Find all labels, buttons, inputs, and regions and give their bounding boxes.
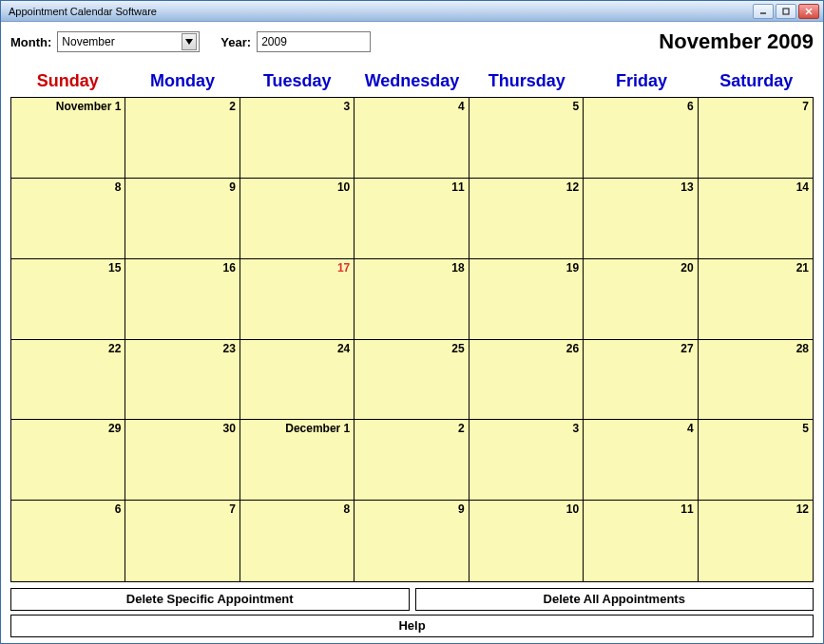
calendar-cell[interactable]: 8 bbox=[11, 179, 125, 259]
calendar-cell[interactable]: 16 bbox=[125, 259, 240, 340]
calendar-cell[interactable]: 3 bbox=[469, 420, 584, 501]
calendar-cell[interactable]: 29 bbox=[11, 420, 125, 501]
date-label: 7 bbox=[802, 100, 809, 113]
page-title: November 2009 bbox=[659, 29, 814, 54]
calendar-cell[interactable]: 4 bbox=[355, 98, 469, 179]
maximize-button[interactable] bbox=[776, 4, 796, 19]
calendar-cell[interactable]: 28 bbox=[699, 340, 813, 421]
minimize-button[interactable] bbox=[753, 4, 774, 19]
year-input[interactable] bbox=[257, 31, 371, 52]
calendar-cell[interactable]: 11 bbox=[584, 501, 698, 581]
calendar-cell[interactable]: 5 bbox=[469, 98, 584, 179]
date-label: 11 bbox=[451, 180, 464, 194]
chevron-down-icon bbox=[185, 39, 193, 45]
year-label: Year: bbox=[220, 35, 251, 49]
app-window: Appointment Calendar Software Month: Nov… bbox=[0, 0, 824, 644]
calendar-cell[interactable]: 2 bbox=[125, 98, 240, 179]
calendar-cell[interactable]: 26 bbox=[469, 340, 584, 421]
day-header-tuesday: Tuesday bbox=[240, 67, 355, 97]
month-select[interactable]: November bbox=[57, 31, 200, 52]
delete-specific-button[interactable]: Delete Specific Appointment bbox=[10, 588, 410, 611]
date-label: 29 bbox=[108, 422, 121, 435]
close-icon bbox=[804, 7, 814, 16]
date-label: 9 bbox=[458, 502, 465, 516]
calendar-cell[interactable]: 19 bbox=[469, 259, 584, 340]
calendar-cell[interactable]: 5 bbox=[699, 420, 813, 501]
calendar-cell[interactable]: 17 bbox=[240, 259, 355, 340]
calendar-cell[interactable]: 22 bbox=[11, 340, 125, 421]
calendar-cell[interactable]: 18 bbox=[355, 259, 469, 340]
calendar-cell[interactable]: November 1 bbox=[11, 98, 125, 179]
calendar-cell[interactable]: 9 bbox=[125, 179, 240, 259]
delete-all-button[interactable]: Delete All Appointments bbox=[415, 588, 814, 611]
date-label: 25 bbox=[451, 342, 464, 355]
calendar-cell[interactable]: 12 bbox=[699, 501, 813, 581]
calendar-cell[interactable]: 13 bbox=[584, 179, 698, 259]
svg-marker-4 bbox=[185, 39, 193, 45]
minimize-icon bbox=[758, 7, 768, 16]
svg-rect-1 bbox=[783, 9, 789, 14]
calendar-cell[interactable]: 8 bbox=[240, 501, 355, 581]
calendar-cell[interactable]: 6 bbox=[584, 98, 698, 179]
month-select-dropdown-button[interactable] bbox=[182, 33, 197, 50]
date-label: 26 bbox=[566, 342, 579, 355]
date-label: 27 bbox=[680, 342, 693, 355]
calendar-cell[interactable]: 27 bbox=[584, 340, 698, 421]
date-label: 24 bbox=[337, 342, 350, 355]
calendar-cell[interactable]: 10 bbox=[240, 179, 355, 259]
date-label: 4 bbox=[458, 100, 465, 113]
date-label: 5 bbox=[802, 422, 809, 435]
calendar-cell[interactable]: 21 bbox=[699, 259, 813, 340]
day-header-sunday: Sunday bbox=[10, 67, 125, 97]
calendar-cell[interactable]: 23 bbox=[125, 340, 240, 421]
date-label: 2 bbox=[229, 100, 236, 113]
date-label: 22 bbox=[108, 342, 121, 355]
date-label: 3 bbox=[572, 422, 579, 435]
calendar-cell[interactable]: 20 bbox=[584, 259, 698, 340]
day-header-friday: Friday bbox=[584, 67, 699, 97]
top-controls-row: Month: November Year: November 2009 bbox=[10, 29, 814, 54]
date-label: 13 bbox=[680, 180, 693, 194]
calendar-cell[interactable]: 7 bbox=[125, 501, 240, 581]
date-label: 2 bbox=[458, 422, 465, 435]
date-label: 20 bbox=[680, 261, 693, 275]
calendar-cell[interactable]: 6 bbox=[11, 501, 125, 581]
calendar-cell[interactable]: 25 bbox=[355, 340, 469, 421]
date-label: 14 bbox=[796, 180, 809, 194]
date-label: 21 bbox=[796, 261, 809, 275]
date-label: 8 bbox=[344, 502, 351, 516]
calendar-cell[interactable]: 30 bbox=[125, 420, 240, 501]
calendar-cell[interactable]: 15 bbox=[11, 259, 125, 340]
content-area: Month: November Year: November 2009 Sund… bbox=[1, 22, 823, 643]
date-label: 6 bbox=[687, 100, 694, 113]
calendar-cell[interactable]: 4 bbox=[584, 420, 698, 501]
help-row: Help bbox=[10, 615, 814, 637]
calendar-cell[interactable]: 3 bbox=[240, 98, 355, 179]
calendar-cell[interactable]: 12 bbox=[469, 179, 584, 259]
date-label: 10 bbox=[566, 502, 579, 516]
calendar-cell[interactable]: December 1 bbox=[240, 420, 355, 501]
button-row: Delete Specific Appointment Delete All A… bbox=[10, 588, 814, 611]
close-button[interactable] bbox=[798, 4, 819, 19]
date-label: 23 bbox=[222, 342, 235, 355]
day-headers-row: SundayMondayTuesdayWednesdayThursdayFrid… bbox=[10, 67, 814, 97]
calendar-cell[interactable]: 10 bbox=[469, 501, 584, 581]
calendar-cell[interactable]: 7 bbox=[699, 98, 813, 179]
date-label: 8 bbox=[115, 180, 122, 194]
calendar-cell[interactable]: 2 bbox=[355, 420, 469, 501]
window-controls bbox=[753, 4, 819, 19]
date-label: December 1 bbox=[285, 422, 350, 435]
date-label: 11 bbox=[680, 502, 693, 516]
calendar-cell[interactable]: 9 bbox=[355, 501, 469, 581]
month-label: Month: bbox=[10, 35, 51, 49]
calendar-cell[interactable]: 11 bbox=[355, 179, 469, 259]
help-button[interactable]: Help bbox=[10, 615, 814, 637]
day-header-thursday: Thursday bbox=[469, 67, 584, 97]
calendar-grid: November 1234567891011121314151617181920… bbox=[10, 97, 814, 582]
date-label: 5 bbox=[572, 100, 579, 113]
calendar-cell[interactable]: 24 bbox=[240, 340, 355, 421]
calendar-cell[interactable]: 14 bbox=[699, 179, 813, 259]
date-label: 28 bbox=[796, 342, 809, 355]
date-label: 3 bbox=[344, 100, 351, 113]
date-label: 19 bbox=[566, 261, 579, 275]
